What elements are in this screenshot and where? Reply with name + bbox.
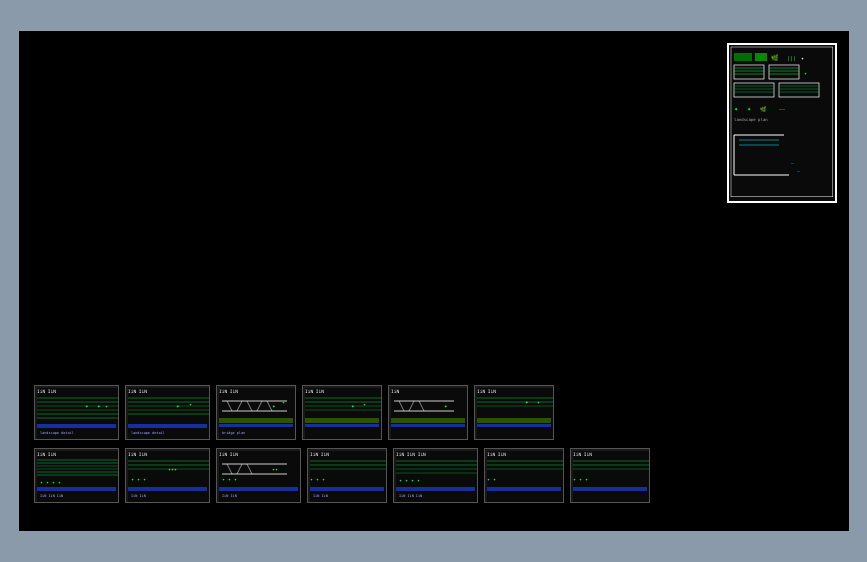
svg-rect-86: [305, 418, 379, 423]
thumbnail-11[interactable]: IiN IiN IiN ✦ ✦ ✦ ✦ IiN IiN IiN: [393, 448, 478, 503]
svg-rect-169: [487, 487, 561, 491]
svg-text:✦✦✦: ✦✦✦: [168, 466, 177, 472]
thumbnail-row-1: IiN IiN ✦ ✦ ✦ landscape detail: [34, 385, 849, 440]
svg-text:✦ ✦ ✦: ✦ ✦ ✦: [573, 476, 588, 482]
svg-text:landscape detail: landscape detail: [40, 431, 74, 435]
thumbnail-1[interactable]: IiN IiN ✦ ✦ ✦ landscape detail: [34, 385, 119, 440]
svg-text:✦: ✦: [282, 399, 285, 405]
svg-text:✦ ✦ ✦ ✦: ✦ ✦ ✦ ✦: [40, 479, 61, 485]
thumbnail-7[interactable]: IiN IiN ✦ ✦ ✦ ✦ IiN IiN IiN: [34, 448, 119, 503]
thumbnails-container: IiN IiN ✦ ✦ ✦ landscape detail: [34, 385, 849, 503]
svg-text:✦: ✦: [85, 402, 89, 409]
svg-text:IiN IiN: IiN IiN: [477, 389, 496, 394]
svg-rect-108: [477, 424, 551, 427]
thumbnail-4[interactable]: IiN IiN ✦ ✦: [302, 385, 382, 440]
svg-rect-88: [389, 386, 467, 439]
thumbnail-12[interactable]: IiN IiN ✦ ✦: [484, 448, 564, 503]
thumbnail-9[interactable]: IiN IiN ✦✦ ✦ ✦ ✦ IiN IiN: [216, 448, 301, 503]
svg-text:✦ ✦ ✦: ✦ ✦ ✦: [131, 476, 146, 482]
svg-rect-119: [37, 487, 116, 491]
svg-text:IiN IiN: IiN IiN: [313, 494, 328, 498]
thumbnail-10[interactable]: IiN IiN ✦ ✦ ✦ IiN IiN: [307, 448, 387, 503]
svg-rect-129: [128, 487, 207, 491]
svg-rect-98: [391, 424, 465, 427]
thumbnail-row-2: IiN IiN ✦ ✦ ✦ ✦ IiN IiN IiN IiN IiN: [34, 448, 849, 503]
inset-overview-panel: 🌿 ||| ✦ ✦: [727, 43, 837, 203]
svg-rect-0: [729, 45, 835, 201]
svg-text:IiN IiN: IiN IiN: [37, 452, 56, 457]
svg-text:IiN IiN: IiN IiN: [219, 452, 238, 457]
svg-text:✦ ✦ ✦: ✦ ✦ ✦: [310, 476, 325, 482]
thumbnail-8[interactable]: IiN IiN ✦✦✦ ✦ ✦ ✦ IiN IiN: [125, 448, 210, 503]
svg-text:IiN: IiN: [391, 389, 399, 394]
thumbnail-5[interactable]: IiN ✦: [388, 385, 468, 440]
svg-text:✦ ✦ ✦: ✦ ✦ ✦: [222, 476, 237, 482]
svg-text:IiN IiN: IiN IiN: [37, 389, 56, 394]
svg-rect-48: [37, 424, 116, 428]
svg-text:IiN IiN: IiN IiN: [305, 389, 324, 394]
svg-text:✦: ✦: [189, 401, 192, 407]
svg-text:bridge plan: bridge plan: [222, 431, 245, 435]
svg-rect-60: [128, 424, 207, 428]
svg-text:✦: ✦: [363, 401, 366, 407]
thumbnail-6[interactable]: IiN IiN ✦ ✦: [474, 385, 554, 440]
svg-text:IiN IiN IiN: IiN IiN IiN: [40, 494, 63, 498]
svg-text:🌿: 🌿: [771, 54, 779, 62]
svg-text:✦: ✦: [537, 399, 540, 405]
svg-rect-74: [219, 418, 293, 423]
thumbnail-13[interactable]: IiN IiN ✦ ✦ ✦: [570, 448, 650, 503]
svg-text:✦: ✦: [351, 402, 355, 409]
svg-text:IiN IiN: IiN IiN: [128, 389, 147, 394]
thumbnail-3[interactable]: IiN IiN ✦ ✦ bridge plan: [216, 385, 296, 440]
svg-text:IiN IiN: IiN IiN: [131, 494, 146, 498]
svg-text:IiN IiN: IiN IiN: [310, 452, 329, 457]
svg-text:✦: ✦: [97, 402, 101, 409]
svg-rect-87: [305, 424, 379, 427]
svg-text:landscape plan: landscape plan: [734, 117, 768, 122]
svg-text:✦✦: ✦✦: [272, 466, 278, 472]
svg-text:landscape detail: landscape detail: [131, 431, 165, 435]
svg-rect-2: [734, 53, 752, 61]
svg-text:🌿: 🌿: [760, 106, 767, 113]
svg-rect-177: [573, 487, 647, 491]
svg-text:✦: ✦: [272, 402, 276, 409]
svg-text:✦: ✦: [105, 403, 108, 409]
svg-text:——: ——: [779, 106, 786, 112]
svg-rect-141: [219, 487, 298, 491]
svg-text:✦: ✦: [804, 70, 807, 76]
svg-text:IiN IiN: IiN IiN: [219, 389, 238, 394]
svg-rect-107: [477, 418, 551, 423]
svg-text:✦: ✦: [525, 398, 529, 405]
svg-text:IiN IiN: IiN IiN: [222, 494, 237, 498]
svg-text:✦: ✦: [444, 402, 448, 409]
svg-text:|||: |||: [787, 55, 796, 62]
svg-text:✦ ✦: ✦ ✦: [487, 476, 496, 482]
svg-rect-3: [755, 53, 767, 61]
svg-rect-75: [219, 424, 293, 427]
svg-text:✦: ✦: [801, 55, 804, 61]
svg-text:IiN IiN: IiN IiN: [487, 452, 506, 457]
svg-rect-150: [310, 487, 384, 491]
svg-rect-160: [396, 487, 475, 491]
svg-text:IiN IiN: IiN IiN: [128, 452, 147, 457]
svg-rect-97: [391, 418, 465, 423]
cad-canvas: 🌿 ||| ✦ ✦: [19, 31, 849, 531]
thumbnail-2[interactable]: IiN IiN ✦ ✦ landscape detail: [125, 385, 210, 440]
svg-text:IiN IiN IiN: IiN IiN IiN: [399, 494, 422, 498]
svg-text:IiN IiN IiN: IiN IiN IiN: [396, 452, 426, 457]
svg-text:✦ ✦ ✦ ✦: ✦ ✦ ✦ ✦: [399, 477, 420, 483]
svg-text:✦: ✦: [176, 402, 180, 409]
svg-text:IiN IiN: IiN IiN: [573, 452, 592, 457]
